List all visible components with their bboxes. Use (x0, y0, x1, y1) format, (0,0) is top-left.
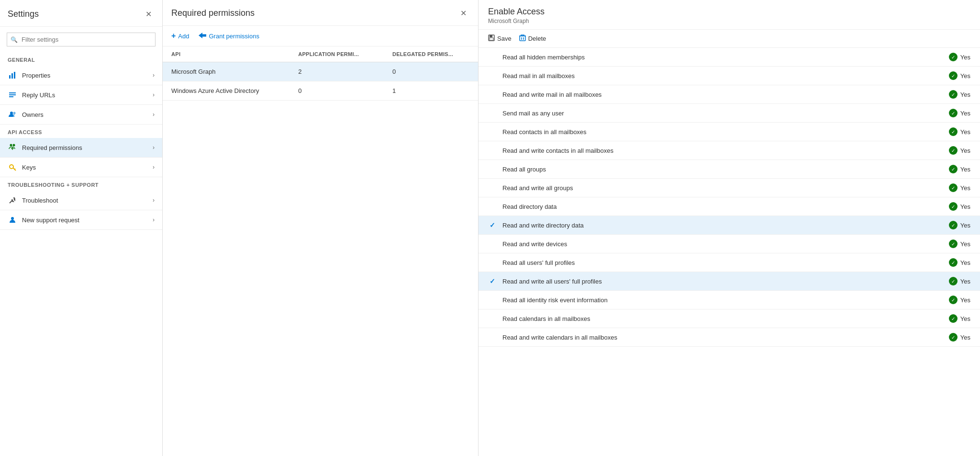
yes-check-icon: ✓ (949, 53, 958, 61)
list-item[interactable]: Read and write contacts in all mailboxes… (479, 141, 980, 160)
app-perms-cell: 0 (290, 81, 384, 101)
api-access-section-header: API ACCESS (0, 125, 162, 138)
settings-search-box: 🔍 (7, 33, 156, 46)
add-label: Add (178, 33, 189, 40)
list-item[interactable]: Read calendars in all mailboxes ✓ Yes (479, 309, 980, 328)
list-item[interactable]: Read all hidden memberships ✓ Yes (479, 48, 980, 67)
permission-name: Read all identity risk event information (502, 296, 608, 304)
svg-point-16 (11, 217, 14, 220)
checkbox-icon (488, 333, 497, 342)
permissions-title: Required permissions (171, 8, 255, 18)
yes-label: Yes (960, 54, 970, 61)
checkbox-icon (488, 202, 497, 211)
person-group-icon (8, 110, 17, 119)
delegated-perms-column-header: DELEGATED PERMIS... (384, 46, 478, 62)
permission-name: Read contacts in all mailboxes (502, 128, 587, 136)
properties-chevron: › (153, 72, 155, 79)
list-item[interactable]: Read mail in all mailboxes ✓ Yes (479, 67, 980, 85)
access-header: Enable Access Microsoft Graph (479, 0, 980, 30)
sidebar-item-required-permissions[interactable]: Required permissions › (0, 138, 162, 158)
reply-urls-chevron: › (153, 91, 155, 98)
sidebar-item-troubleshoot[interactable]: Troubleshoot › (0, 191, 162, 210)
list-item[interactable]: Read contacts in all mailboxes ✓ Yes (479, 123, 980, 141)
add-icon: + (171, 32, 176, 40)
properties-label: Properties (22, 72, 50, 79)
save-button[interactable]: Save (488, 34, 512, 43)
list-item[interactable]: ✓ Read and write all users' full profile… (479, 272, 980, 291)
yes-check-icon: ✓ (949, 277, 958, 285)
general-section-header: GENERAL (0, 52, 162, 66)
settings-search-input[interactable] (7, 33, 156, 46)
yes-check-icon: ✓ (949, 146, 958, 155)
access-toolbar: Save Delete (479, 30, 980, 48)
yes-label: Yes (960, 128, 970, 136)
yes-label: Yes (960, 315, 970, 322)
svg-point-8 (10, 144, 12, 147)
permission-name: Read and write calendars in all mailboxe… (502, 334, 617, 341)
table-row[interactable]: Windows Azure Active Directory 0 1 (163, 81, 478, 101)
list-item[interactable]: ✓ Read and write directory data ✓ Yes (479, 216, 980, 235)
sidebar-item-reply-urls[interactable]: Reply URLs › (0, 85, 162, 105)
permission-name: Read mail in all mailboxes (502, 72, 575, 80)
yes-check-icon: ✓ (949, 90, 958, 99)
sidebar-item-support[interactable]: New support request › (0, 210, 162, 230)
list-item[interactable]: Read and write devices ✓ Yes (479, 235, 980, 253)
permissions-table: API APPLICATION PERMI... DELEGATED PERMI… (163, 46, 478, 101)
checkbox-icon (488, 183, 497, 192)
list-item[interactable]: Read and write calendars in all mailboxe… (479, 328, 980, 347)
settings-close-button[interactable]: ✕ (143, 9, 155, 20)
checkbox-icon (488, 314, 497, 323)
list-item[interactable]: Read and write mail in all mailboxes ✓ Y… (479, 85, 980, 104)
sidebar-item-keys[interactable]: Keys › (0, 158, 162, 177)
yes-check-icon: ✓ (949, 221, 958, 229)
svg-point-7 (13, 112, 16, 114)
sidebar-item-owners[interactable]: Owners › (0, 105, 162, 125)
permissions-close-button[interactable]: ✕ (457, 8, 469, 19)
settings-header: Settings ✕ (0, 0, 162, 27)
permission-name: Read all users' full profiles (502, 259, 575, 266)
add-button[interactable]: + Add (171, 32, 189, 40)
yes-label: Yes (960, 222, 970, 229)
yes-label: Yes (960, 334, 970, 341)
svg-point-12 (10, 165, 13, 169)
troubleshoot-chevron: › (153, 197, 155, 204)
reply-urls-label: Reply URLs (22, 91, 55, 99)
list-item[interactable]: Read all users' full profiles ✓ Yes (479, 253, 980, 272)
permissions-panel: Required permissions ✕ + Add Grant permi… (163, 0, 479, 456)
checkbox-icon (488, 53, 497, 61)
app-perms-cell: 2 (290, 62, 384, 81)
list-item[interactable]: Read all groups ✓ Yes (479, 160, 980, 179)
delete-label: Delete (528, 35, 546, 42)
svg-point-9 (13, 144, 15, 147)
table-row[interactable]: Microsoft Graph 2 0 (163, 62, 478, 81)
checkbox-icon (488, 239, 497, 248)
access-panel: Enable Access Microsoft Graph Save (479, 0, 980, 456)
yes-check-icon: ✓ (949, 314, 958, 323)
checkbox-icon (488, 109, 497, 117)
yes-label: Yes (960, 278, 970, 285)
key-icon (8, 162, 17, 172)
permission-name: Read and write contacts in all mailboxes (502, 147, 613, 154)
permission-name: Read and write all groups (502, 184, 573, 192)
list-item[interactable]: Read all identity risk event information… (479, 291, 980, 309)
checkbox-icon: ✓ (488, 277, 497, 285)
required-permissions-chevron: › (153, 144, 155, 151)
troubleshoot-label: Troubleshoot (22, 197, 58, 204)
list-item[interactable]: Send mail as any user ✓ Yes (479, 104, 980, 123)
required-permissions-icon (8, 143, 17, 152)
support-label: New support request (22, 217, 79, 224)
delete-button[interactable]: Delete (519, 34, 546, 43)
checkbox-icon (488, 71, 497, 80)
sidebar-item-properties[interactable]: Properties › (0, 66, 162, 85)
svg-rect-0 (9, 75, 11, 79)
save-icon (488, 34, 495, 43)
trash-icon (519, 34, 526, 43)
permission-name: Read and write devices (502, 240, 567, 248)
checkbox-icon (488, 258, 497, 267)
owners-label: Owners (22, 111, 44, 118)
yes-label: Yes (960, 91, 970, 98)
grant-permissions-button[interactable]: Grant permissions (199, 32, 259, 40)
list-item[interactable]: Read and write all groups ✓ Yes (479, 179, 980, 197)
list-item[interactable]: Read directory data ✓ Yes (479, 197, 980, 216)
checkbox-icon (488, 146, 497, 155)
